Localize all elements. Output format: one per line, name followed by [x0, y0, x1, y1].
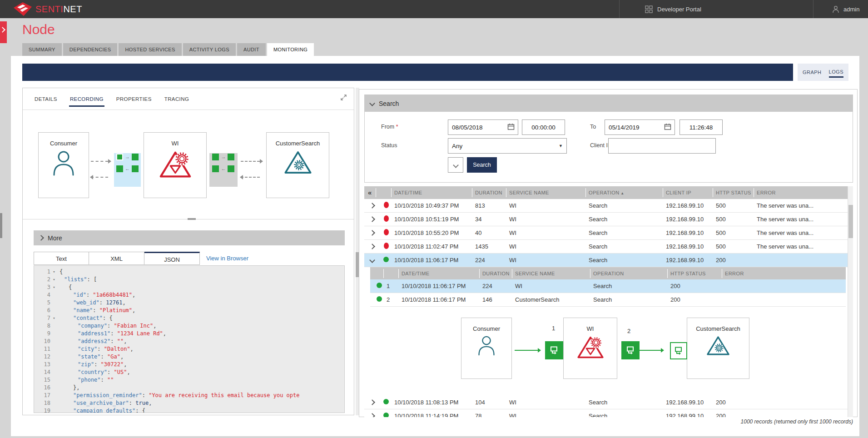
error-status-dot [384, 229, 389, 235]
sidebar-expand-tag[interactable] [0, 21, 7, 43]
left-edge-splitter-handle[interactable] [0, 213, 2, 238]
expand-row-icon[interactable] [364, 216, 376, 223]
cell-service: WI [506, 257, 586, 264]
fold-marker[interactable]: ▾ [50, 276, 58, 284]
admin-label: admin [843, 6, 859, 13]
column-header-operation[interactable]: OPERATION ▲ [586, 188, 663, 197]
flow-arrowhead [240, 175, 243, 179]
column-header-date-time[interactable]: DATE/TIME [392, 188, 472, 197]
code-line: 13"zip": "30722", [34, 361, 344, 368]
diagram-node-customersearch[interactable]: CustomerSearch [266, 132, 329, 198]
log-row[interactable]: 10/10/2018 10:55:20 PM40WISearch192.168.… [364, 226, 853, 240]
json-code-viewer[interactable]: 1▾{2▾"lists": [3▾{4"id": "1a668b4481",5"… [34, 265, 345, 413]
more-expander[interactable]: More [34, 230, 345, 245]
step-box-1[interactable] [545, 341, 563, 359]
search-header[interactable]: Search [365, 95, 853, 112]
toggle-logs[interactable]: LOGS [829, 67, 844, 78]
step-box-3[interactable] [670, 342, 687, 359]
expand-row-icon[interactable] [364, 399, 376, 406]
from-time-input[interactable] [522, 119, 565, 135]
flow-node-icon-holder [687, 335, 749, 358]
cell-client-ip: 192.168.99.10 [663, 257, 713, 264]
log-row[interactable]: 10/10/2018 11:14:19 PM78WISearch192.168.… [364, 409, 853, 417]
search-options-dropdown[interactable] [448, 157, 463, 173]
tab-activity-logs[interactable]: ACTIVITY LOGS [183, 43, 236, 56]
flow-node-wi[interactable]: WI [563, 318, 617, 379]
fold-marker[interactable]: ▾ [50, 314, 58, 322]
status-select[interactable]: Any ▼ [448, 138, 567, 154]
expand-row-icon[interactable] [364, 413, 376, 417]
fold-marker-empty [50, 407, 58, 413]
log-row[interactable]: 10/10/2018 10:51:19 PM34WISearch192.168.… [364, 213, 853, 226]
search-button[interactable]: Search [467, 157, 497, 173]
table-scrollbar-thumb[interactable] [848, 205, 853, 238]
flow-arrowhead [90, 175, 93, 179]
expand-panel-icon[interactable] [340, 94, 347, 103]
expand-row-icon[interactable] [364, 202, 376, 209]
flow-node-customersearch[interactable]: CustomerSearch [687, 318, 749, 379]
flow-node-consumer[interactable]: Consumer [461, 318, 512, 379]
chart-collapsed-bar [22, 64, 793, 81]
fold-marker[interactable]: ▾ [50, 268, 58, 276]
detail-tab-details[interactable]: DETAILS [34, 94, 58, 107]
expand-row-icon[interactable] [364, 229, 376, 236]
column-header-service-name[interactable]: SERVICE NAME [506, 188, 586, 197]
expand-row-icon[interactable] [364, 243, 376, 250]
column-header-error[interactable]: ERROR [754, 188, 853, 197]
table-scrollbar[interactable] [848, 186, 853, 417]
message-exchange-selected[interactable]: →← [114, 153, 141, 187]
cell-operation: Search [590, 283, 668, 289]
fold-marker-empty [50, 322, 58, 330]
tab-monitoring[interactable]: MONITORING [267, 43, 314, 56]
view-in-browser-link[interactable]: View in Browser [206, 252, 248, 265]
tab-audit[interactable]: AUDIT [237, 43, 266, 56]
format-tab-json[interactable]: JSON [144, 252, 200, 265]
format-tab-xml[interactable]: XML [89, 252, 144, 265]
tab-dependencies[interactable]: DEPENDENCIES [63, 43, 118, 56]
fold-marker-empty [50, 330, 58, 338]
ok-status-dot [383, 413, 389, 417]
toggle-graph[interactable]: GRAPH [803, 68, 822, 77]
status-dot-cell [376, 243, 392, 250]
tab-hosted-services[interactable]: HOSTED SERVICES [119, 43, 181, 56]
diagram-node-label: CustomerSearch [267, 140, 329, 147]
step-box-2[interactable] [621, 341, 640, 359]
cell-datetime: 10/10/2018 10:51:19 PM [392, 216, 472, 223]
log-row[interactable]: 10/10/2018 10:49:37 PM813WISearch192.168… [364, 199, 853, 213]
cell-http-status: 500 [713, 202, 754, 209]
diagram-node-consumer[interactable]: Consumer [38, 132, 89, 198]
column-header-duration[interactable]: DURATION [472, 188, 506, 197]
log-results-table: «DATE/TIMEDURATIONSERVICE NAMEOPERATION … [364, 186, 853, 417]
message-exchange[interactable]: →← [209, 153, 238, 187]
format-tab-text[interactable]: Text [34, 252, 89, 265]
sentinet-logo[interactable]: SENTINET [14, 2, 82, 16]
cell-datetime: 10/10/2018 10:55:20 PM [392, 229, 472, 236]
admin-menu[interactable]: admin [832, 0, 859, 18]
from-calendar-icon[interactable] [507, 123, 515, 132]
fold-marker-empty [50, 361, 58, 368]
log-row[interactable]: 10/10/2018 11:08:13 PM104WISearch192.168… [364, 396, 853, 409]
client-ip-input[interactable] [608, 138, 716, 154]
detail-tab-tracing[interactable]: TRACING [164, 94, 190, 107]
diagram-node-wi[interactable]: WI [144, 132, 207, 198]
log-row[interactable]: 10/10/2018 11:06:17 PM224WISearch192.168… [364, 254, 853, 267]
developer-portal-button[interactable]: Developer Portal [645, 0, 701, 18]
tab-summary[interactable]: SUMMARY [22, 43, 62, 56]
column-header-http-status[interactable]: HTTP STATUS [713, 188, 754, 197]
panel-divider-handle[interactable] [188, 218, 196, 220]
sub-log-row[interactable]: 110/10/2018 11:06:17 PM224WISearch200 [370, 279, 846, 293]
detail-tab-properties[interactable]: PROPERTIES [115, 94, 153, 107]
to-time-input[interactable] [680, 119, 723, 135]
collapse-row-icon[interactable] [364, 257, 376, 264]
ok-status-dot [383, 257, 389, 262]
code-line: 12"state": "Ga", [34, 353, 344, 361]
log-row[interactable]: 10/10/2018 11:02:47 PM1435WISearch192.16… [364, 240, 853, 254]
fold-marker-empty [50, 399, 58, 407]
to-calendar-icon[interactable] [664, 123, 671, 132]
column-header-client-ip[interactable]: CLIENT IP [663, 188, 713, 197]
cell-service: WI [512, 283, 590, 289]
sub-log-row[interactable]: 210/10/2018 11:06:17 PM146CustomerSearch… [370, 293, 846, 307]
fold-marker[interactable]: ▾ [50, 284, 58, 291]
line-number: 11 [34, 345, 50, 353]
detail-tab-recording[interactable]: RECORDING [69, 94, 104, 107]
